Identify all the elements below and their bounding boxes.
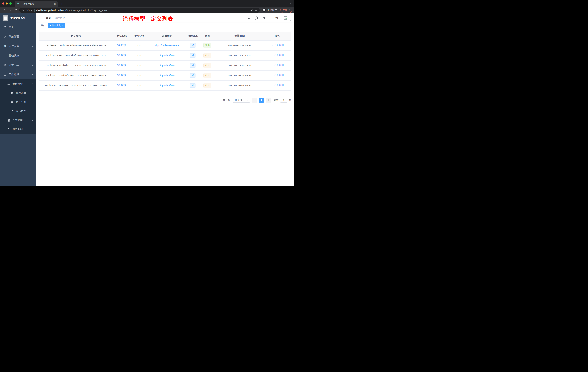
- table-row: oa_leave:4:991f2193-7b7f-11ec-a3c8-acde4…: [39, 50, 291, 60]
- security-label: 不安全: [26, 9, 33, 12]
- definition-category: OA: [130, 70, 148, 80]
- sidebar-item-label: 流程表单: [16, 91, 26, 95]
- breadcrumb-home[interactable]: 首页: [46, 16, 51, 20]
- app-root: 芋道管理系统 首页 系统管理 ¥ 支付管理: [0, 13, 294, 186]
- form-link[interactable]: /bpm/oa/leave/create: [155, 44, 179, 47]
- pagination-total: 共 5 条: [223, 98, 230, 102]
- breadcrumb-separator: /: [52, 17, 53, 20]
- reload-button[interactable]: [13, 8, 18, 12]
- assign-rule-link[interactable]: 分配规则: [271, 44, 284, 47]
- chevron-down-icon: [32, 45, 33, 47]
- tag-process-definition[interactable]: 流程定义 ×: [48, 23, 65, 28]
- url-host: dashboard.yudao.iocoder.cn: [36, 9, 66, 12]
- status-badge: 激活: [203, 43, 211, 47]
- security-warning-icon[interactable]: [21, 9, 24, 12]
- sidebar-item-dev-tools[interactable]: 研发工具: [0, 60, 36, 70]
- definition-category: OA: [130, 40, 148, 50]
- definition-name-link[interactable]: OA 请假: [117, 54, 126, 57]
- page-number-button[interactable]: 1: [259, 98, 264, 103]
- sidebar-item-process-forms[interactable]: 流程表单: [0, 88, 36, 98]
- fullscreen-icon[interactable]: [269, 16, 272, 20]
- forward-button[interactable]: [8, 8, 12, 12]
- minimize-window-button[interactable]: [6, 2, 8, 5]
- navbar-actions: TT: [248, 15, 291, 21]
- help-icon[interactable]: [262, 16, 265, 20]
- omnibox-divider: |: [34, 9, 35, 12]
- incognito-icon: [262, 8, 266, 12]
- definition-name-link[interactable]: OA 请假: [117, 44, 126, 47]
- sidebar-item-infrastructure[interactable]: 基础设施: [0, 51, 36, 60]
- chevron-down-icon: [289, 20, 291, 21]
- chevron-down-icon: [247, 99, 249, 101]
- column-header-category: 定义分类: [130, 32, 148, 40]
- sidebar-item-process-models[interactable]: 流程模型: [0, 107, 36, 116]
- form-link[interactable]: /bpm/oa/flow: [160, 74, 174, 77]
- sidebar-item-payment-management[interactable]: ¥ 支付管理: [0, 42, 36, 51]
- font-size-icon[interactable]: TT: [275, 16, 279, 20]
- version-badge: v2: [190, 73, 196, 77]
- sidebar-item-home[interactable]: 首页: [0, 22, 36, 32]
- main-area: 流程模型 - 定义列表 首页 / 流程定义: [36, 13, 294, 186]
- close-window-button[interactable]: [2, 2, 4, 5]
- prev-page-button[interactable]: [252, 98, 257, 103]
- password-key-icon[interactable]: [250, 9, 253, 12]
- address-bar[interactable]: 不安全 | dashboard.yudao.iocoder.cn/bpm/man…: [19, 8, 260, 13]
- kebab-menu-icon: [288, 9, 291, 12]
- tags-view: 首页 流程定义 ×: [36, 22, 294, 29]
- definition-name-link[interactable]: OA 请假: [117, 84, 126, 87]
- github-icon[interactable]: [254, 16, 258, 20]
- form-link[interactable]: /bpm/oa/flow: [160, 84, 174, 87]
- browser-update-menu-button[interactable]: 更新: [280, 8, 292, 13]
- sidebar-item-label: 请假查询: [12, 128, 22, 131]
- deploy-time: 2022-01-22 19:19:11: [215, 60, 264, 70]
- tab-close-icon[interactable]: ✕: [54, 3, 56, 5]
- sidebar-item-task-management[interactable]: 任务管理: [0, 116, 36, 125]
- sidebar-logo[interactable]: 芋道管理系统: [0, 13, 36, 22]
- tab-search-chevron-icon[interactable]: [289, 2, 294, 5]
- browser-tab-strip: 芋道管理系统 ✕ +: [0, 0, 294, 7]
- assign-rule-link[interactable]: 分配规则: [271, 54, 284, 57]
- action-label: 分配规则: [274, 64, 284, 67]
- table-row: oa_leave:3:1fad3d93-7b75-11ec-a3c8-acde4…: [39, 60, 291, 70]
- sidebar-item-process-management[interactable]: 流程管理: [0, 79, 36, 88]
- hamburger-icon[interactable]: [39, 16, 43, 20]
- assign-rule-link[interactable]: 分配规则: [271, 84, 284, 87]
- page-size-select[interactable]: 10条/页: [233, 98, 250, 103]
- column-header-id: 定义编号: [39, 32, 113, 40]
- definition-name-link[interactable]: OA 请假: [117, 64, 126, 67]
- tag-home[interactable]: 首页: [39, 23, 47, 28]
- deploy-time: 2022-01-16 17:46:53: [215, 70, 264, 80]
- sidebar-item-system-management[interactable]: 系统管理: [0, 32, 36, 42]
- user-avatar-menu[interactable]: [282, 15, 291, 21]
- goto-page-input[interactable]: [280, 98, 287, 103]
- next-page-button[interactable]: [266, 98, 271, 103]
- new-tab-button[interactable]: +: [59, 1, 64, 7]
- back-button[interactable]: [2, 8, 7, 12]
- form-link[interactable]: /bpm/oa/flow: [160, 54, 174, 57]
- action-label: 分配规则: [274, 84, 284, 87]
- monitor-icon: [4, 54, 7, 57]
- list-icon: [7, 82, 10, 85]
- column-header-deployed: 部署时间: [215, 32, 264, 40]
- form-link[interactable]: /bpm/oa/flow: [160, 64, 174, 67]
- sidebar-item-label: 任务管理: [12, 119, 22, 122]
- breadcrumb: 首页 / 流程定义: [46, 16, 65, 20]
- sidebar: 芋道管理系统 首页 系统管理 ¥ 支付管理: [0, 13, 36, 186]
- sidebar-item-workflow[interactable]: 工作流程: [0, 70, 36, 79]
- tag-close-icon[interactable]: ×: [62, 24, 63, 27]
- yen-icon: ¥: [4, 45, 7, 48]
- chevron-down-icon: [32, 119, 33, 121]
- maximize-window-button[interactable]: [10, 2, 12, 5]
- assign-rule-link[interactable]: 分配规则: [271, 64, 284, 67]
- sidebar-item-label: 流程模型: [16, 109, 26, 113]
- sidebar-item-label: 用户分组: [16, 100, 26, 104]
- bookmark-star-icon[interactable]: [254, 9, 257, 12]
- search-icon[interactable]: [248, 16, 251, 20]
- sidebar-item-user-groups[interactable]: 用户分组: [0, 98, 36, 107]
- sidebar-item-leave-query[interactable]: 请假查询: [0, 125, 36, 134]
- chevron-up-icon: [32, 74, 33, 76]
- definition-name-link[interactable]: OA 请假: [117, 74, 126, 77]
- definition-id: oa_leave:3:1fad3d93-7b75-11ec-a3c8-acde4…: [39, 60, 113, 70]
- assign-rule-link[interactable]: 分配规则: [271, 74, 284, 77]
- browser-tab[interactable]: 芋道管理系统 ✕: [15, 1, 58, 7]
